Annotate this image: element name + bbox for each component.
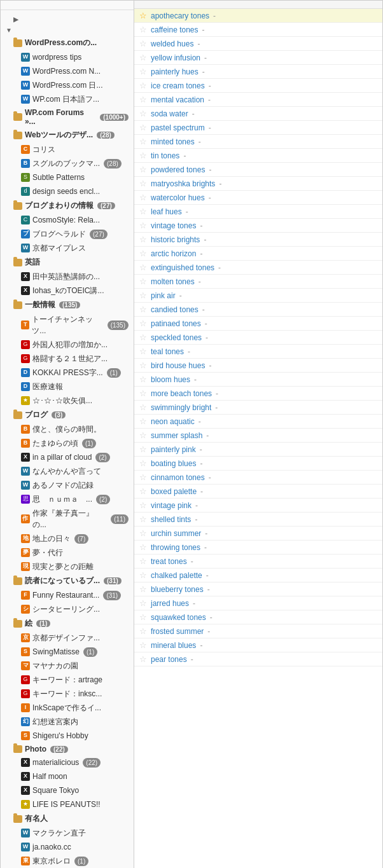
star-icon[interactable]: ☆: [139, 500, 147, 510]
palette-link[interactable]: historic brights: [151, 235, 200, 244]
sidebar-item-boku[interactable]: B 僕と、僕らの時間。: [1, 422, 134, 436]
sidebar-item-toich[interactable]: T トーイチャンネッツ... (135): [1, 312, 134, 338]
star-icon[interactable]: ☆: [139, 39, 147, 48]
sidebar-section-readers[interactable]: 読者になっているブ... (31): [1, 574, 134, 588]
palette-link[interactable]: painterly hues: [151, 67, 198, 76]
star-icon[interactable]: ☆: [139, 179, 147, 188]
sidebar-item-genjitsu[interactable]: 現 現実と夢との距離: [1, 560, 134, 574]
star-icon[interactable]: ☆: [139, 67, 147, 76]
sidebar-item-coris[interactable]: C コリス: [1, 142, 134, 156]
star-icon[interactable]: ☆: [139, 249, 147, 258]
palette-link[interactable]: leaf hues: [151, 207, 182, 216]
star-icon[interactable]: ☆: [139, 570, 147, 580]
star-icon[interactable]: ☆: [139, 165, 147, 174]
sidebar-item-wpcom-n[interactable]: W WordPress.com N...: [1, 64, 134, 78]
star-icon[interactable]: ☆: [139, 403, 147, 412]
sidebar-item-square-tokyo[interactable]: X Square Tokyo: [1, 783, 134, 797]
sidebar-item-yume[interactable]: 夢 夢・代行: [1, 546, 134, 560]
sidebar-item-materialicious[interactable]: X materialicious (22): [1, 755, 134, 769]
palette-link[interactable]: treat tones: [151, 557, 187, 566]
star-icon[interactable]: ☆: [139, 626, 147, 636]
sidebar-item-blog-herald[interactable]: ブ ブログヘラルド (27): [1, 227, 134, 241]
sidebar-item-life-peanuts[interactable]: ★ LIFE IS PEANUTS!!: [1, 797, 134, 811]
star-icon[interactable]: ☆: [139, 235, 147, 244]
sidebar-item-funny[interactable]: F Funny Restaurant... (31): [1, 588, 134, 602]
star-icon[interactable]: ☆: [139, 584, 147, 594]
star-icon[interactable]: ☆: [139, 305, 147, 314]
sidebar-item-tokyo-bolero[interactable]: 東 東京ボレロ (1): [1, 854, 134, 868]
palette-link[interactable]: cinnamon tones: [151, 473, 205, 482]
star-icon[interactable]: ☆: [139, 319, 147, 328]
sidebar-home[interactable]: [1, 3, 134, 8]
star-icon[interactable]: ☆: [139, 361, 147, 370]
star-icon[interactable]: ☆: [139, 431, 147, 440]
palette-link[interactable]: jarred hues: [151, 599, 189, 608]
sidebar-item-cosmo[interactable]: C CosmoStyle: Rela...: [1, 213, 134, 227]
sidebar-item-wpcom-jp[interactable]: W WordPress.com 日...: [1, 78, 134, 92]
sidebar-item-chijo[interactable]: 地 地上の日々 (7): [1, 532, 134, 546]
sidebar-item-fukiya[interactable]: ★ ☆･☆･☆吹矢俱...: [1, 394, 134, 408]
star-icon[interactable]: ☆: [139, 598, 147, 608]
sidebar-item-gensou[interactable]: 幻 幻想迷宮案内: [1, 715, 134, 729]
star-icon[interactable]: ☆: [139, 291, 147, 300]
star-icon[interactable]: ☆: [139, 221, 147, 230]
palette-link[interactable]: arctic horizon: [151, 249, 196, 258]
palette-link[interactable]: minted tones: [151, 137, 195, 146]
palette-link[interactable]: vintage tones: [151, 221, 196, 230]
sidebar-item-half-moon[interactable]: X Half moon: [1, 769, 134, 783]
palette-link[interactable]: yellow infusion: [151, 53, 200, 62]
palette-link[interactable]: candied tones: [151, 305, 198, 314]
star-icon[interactable]: ☆: [139, 207, 147, 216]
palette-link[interactable]: mental vacation: [151, 95, 204, 104]
star-icon[interactable]: ☆: [139, 53, 147, 62]
palette-link[interactable]: throwing tones: [151, 543, 200, 552]
palette-link[interactable]: more beach tones: [151, 389, 212, 398]
sidebar-item-iohas[interactable]: X Iohas_kのTOEIC講...: [1, 284, 134, 298]
sidebar-item-swing[interactable]: S SwingMatisse (1): [1, 645, 134, 659]
palette-link[interactable]: squawked tones: [151, 613, 206, 622]
palette-link[interactable]: vintage pink: [151, 501, 192, 510]
sidebar-item-makuraken[interactable]: W マクラケン直子: [1, 826, 134, 840]
sidebar-item-kyoto-design[interactable]: 京 京都デザインファ...: [1, 631, 134, 645]
sidebar-section-brog[interactable]: ブログ (3): [1, 408, 134, 422]
palette-link[interactable]: tin tones: [151, 151, 179, 160]
star-icon[interactable]: ☆: [139, 25, 147, 34]
palette-link[interactable]: speckled tones: [151, 333, 202, 342]
star-icon[interactable]: ☆: [139, 123, 147, 132]
palette-link[interactable]: mineral blues: [151, 641, 196, 650]
sidebar-item-iryo[interactable]: D 医療速報: [1, 380, 134, 394]
star-icon[interactable]: ☆: [139, 542, 147, 552]
sidebar-item-suguru[interactable]: B スグルのブックマ... (28): [1, 156, 134, 170]
palette-link[interactable]: caffeine tones: [151, 25, 198, 34]
star-icon[interactable]: ☆: [139, 375, 147, 384]
palette-link[interactable]: teal tones: [151, 347, 184, 356]
sidebar-item-theta[interactable]: シ シータヒーリング...: [1, 602, 134, 616]
sidebar-registered-feeds[interactable]: ▼: [1, 25, 134, 36]
sidebar-item-kyoto[interactable]: W 京都マイプレス: [1, 241, 134, 255]
palette-link[interactable]: apothecary tones: [151, 11, 209, 20]
palette-link[interactable]: swimmingly bright: [151, 403, 211, 412]
palette-link[interactable]: pastel spectrum: [151, 123, 205, 132]
star-icon[interactable]: ☆: [139, 654, 147, 664]
sidebar-pickup[interactable]: ▶: [1, 14, 134, 25]
sidebar-item-numa[interactable]: 思 思 ｎｕｍａ ... (2): [1, 492, 134, 506]
sidebar-section-famous[interactable]: 有名人: [1, 811, 134, 826]
sidebar-section-web[interactable]: Webツールのデザ... (28): [1, 128, 134, 142]
sidebar-section-english[interactable]: 英語: [1, 255, 134, 270]
palette-link[interactable]: molten tones: [151, 277, 195, 286]
star-icon[interactable]: ☆: [139, 95, 147, 104]
star-icon[interactable]: ☆: [139, 458, 147, 468]
sidebar-item-kakutou[interactable]: G 格闘する２１世紀ア...: [1, 352, 134, 366]
star-icon[interactable]: ☆: [139, 528, 147, 538]
palette-link[interactable]: ice cream tones: [151, 81, 205, 90]
sidebar-item-nanyaka[interactable]: W なんやかんや言って: [1, 464, 134, 478]
sidebar-item-wpcom-ja[interactable]: W WP.com 日本語フ...: [1, 92, 134, 106]
star-icon[interactable]: ☆: [139, 486, 147, 496]
star-icon[interactable]: ☆: [139, 612, 147, 622]
sidebar-item-subtle-patterns[interactable]: S Subtle Patterns: [1, 170, 134, 184]
sidebar-item-kokkai[interactable]: D KOKKAI PRESS字... (1): [1, 366, 134, 380]
star-icon[interactable]: ☆: [139, 193, 147, 202]
palette-link[interactable]: painterly pink: [151, 445, 196, 454]
palette-link[interactable]: extinguished tones: [151, 263, 214, 272]
sidebar-section-general[interactable]: 一般情報 (135): [1, 298, 134, 312]
